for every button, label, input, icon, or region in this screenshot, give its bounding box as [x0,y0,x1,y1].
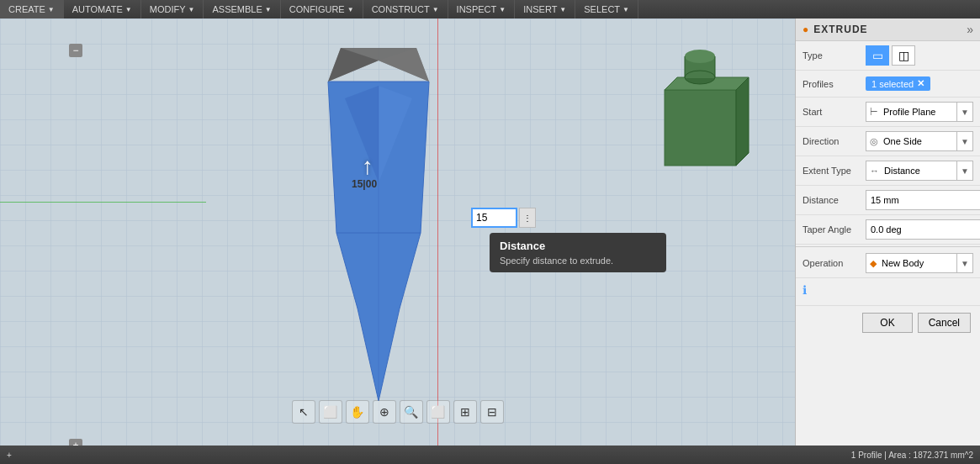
extrude-measurement-label: 15|00 [352,178,377,190]
direction-row: Direction ◎ One Side ▼ [796,127,980,156]
profiles-selected-badge: 1 selected ✕ [866,76,930,91]
menu-bar: CREATE ▼ AUTOMATE ▼ MODIFY ▼ ASSEMBLE ▼ … [0,0,980,18]
type-control: ▭ ◫ [866,45,973,66]
panel-title: EXTRUDE [813,24,867,35]
taper-angle-label: Taper Angle [803,224,866,235]
distance-label: Distance [803,195,866,205]
operation-row: Operation ◆ New Body ▼ [796,249,980,278]
extrude-panel-icon: ● [803,24,808,35]
select-tool-button[interactable]: ↖ [292,400,315,424]
distance-tooltip: Distance Specify distance to extrude. [490,233,666,272]
taper-angle-control [866,219,980,240]
profiles-label: Profiles [803,79,866,89]
extrude-panel: ● EXTRUDE » Type ▭ ◫ Profiles 1 selected… [795,18,980,446]
profiles-clear-button[interactable]: ✕ [917,78,924,89]
operation-label: Operation [803,258,866,268]
3d-box-object [656,48,757,174]
panel-expand-button[interactable]: » [967,23,973,36]
extent-dropdown-arrow[interactable]: ▼ [956,161,972,180]
direction-dropdown-text: One Side [882,136,956,146]
extent-dropdown-icon: ↔ [866,166,882,176]
display-mode-button[interactable]: ⬜ [426,400,450,424]
type-surface-button[interactable]: ◫ [892,45,915,66]
extent-dropdown-text: Distance [882,166,956,176]
svg-point-13 [685,50,715,63]
distance-options-button[interactable]: ⋮ [519,208,536,228]
type-label: Type [803,50,866,61]
direction-dropdown-arrow[interactable]: ▼ [956,132,972,150]
distance-input[interactable]: 15 [471,208,517,228]
status-expand-button[interactable]: + [7,451,12,460]
profiles-selected-text: 1 selected [871,79,914,89]
extent-type-label: Extent Type [803,166,866,176]
separator [796,246,980,247]
tooltip-description: Specify distance to extrude. [500,256,656,266]
info-icon: ℹ [803,283,807,297]
green-horizontal-line [0,202,206,203]
direction-dropdown[interactable]: ◎ One Side ▼ [866,131,973,151]
snapping-button[interactable]: ⊟ [480,400,504,424]
start-control: ⊢ Profile Plane ▼ [866,102,973,122]
tooltip-title: Distance [500,240,656,252]
start-dropdown-text: Profile Plane [882,107,956,117]
type-solid-button[interactable]: ▭ [866,45,889,66]
rectangle-select-button[interactable]: ⬜ [319,400,342,424]
direction-label: Direction [803,136,866,146]
menu-insert[interactable]: INSERT ▼ [515,0,575,18]
panel-body: Type ▭ ◫ Profiles 1 selected ✕ Start ⊢ [796,41,980,340]
extent-type-control: ↔ Distance ▼ [866,161,973,181]
direction-control: ◎ One Side ▼ [866,131,973,151]
zoom-button[interactable]: 🔍 [400,400,423,424]
svg-rect-8 [665,90,736,166]
profiles-control: 1 selected ✕ [866,76,973,91]
menu-create[interactable]: CREATE ▼ [0,0,64,18]
panel-buttons: OK Cancel [796,305,980,340]
grid-button[interactable]: ⊞ [453,400,477,424]
ok-button[interactable]: OK [862,313,912,333]
menu-select[interactable]: SELECT ▼ [575,0,638,18]
expand-button[interactable]: + [69,439,82,446]
operation-dropdown-arrow[interactable]: ▼ [956,254,972,272]
collapse-button[interactable]: − [69,44,82,57]
taper-angle-row: Taper Angle [796,215,980,245]
profiles-row: Profiles 1 selected ✕ [796,71,980,98]
operation-dropdown-icon: ◆ [866,258,880,269]
start-label: Start [803,107,866,117]
svg-marker-10 [736,77,749,166]
panel-header: ● EXTRUDE » [796,18,980,41]
extrude-direction-arrow: ↑ [362,153,373,180]
menu-automate[interactable]: AUTOMATE ▼ [64,0,141,18]
taper-angle-field[interactable] [866,219,980,240]
info-row: ℹ [796,278,980,302]
distance-field[interactable] [866,190,980,210]
direction-dropdown-icon: ◎ [866,136,882,147]
menu-construct[interactable]: CONSTRUCT ▼ [363,0,448,18]
menu-assemble[interactable]: ASSEMBLE ▼ [204,0,280,18]
orbit-tool-button[interactable]: ⊕ [373,400,396,424]
status-bar: + 1 Profile | Area : 1872.371 mm^2 [0,446,980,464]
distance-control [866,190,980,210]
distance-row: Distance [796,186,980,215]
pan-tool-button[interactable]: ✋ [346,400,369,424]
status-info: 1 Profile | Area : 1872.371 mm^2 [851,451,973,460]
type-row: Type ▭ ◫ [796,41,980,71]
distance-input-popup: 15 ⋮ [471,208,536,228]
operation-dropdown[interactable]: ◆ New Body ▼ [866,253,973,273]
extent-type-dropdown[interactable]: ↔ Distance ▼ [866,161,973,181]
operation-control: ◆ New Body ▼ [866,253,973,273]
cancel-button[interactable]: Cancel [918,313,971,333]
menu-modify[interactable]: MODIFY ▼ [141,0,204,18]
menu-configure[interactable]: CONFIGURE ▼ [281,0,363,18]
extruded-shape [311,48,446,401]
bottom-toolbar: ↖ ⬜ ✋ ⊕ 🔍 ⬜ ⊞ ⊟ [0,397,795,427]
start-dropdown[interactable]: ⊢ Profile Plane ▼ [866,102,973,122]
operation-dropdown-text: New Body [880,258,956,268]
start-dropdown-arrow[interactable]: ▼ [956,103,972,121]
start-row: Start ⊢ Profile Plane ▼ [796,98,980,127]
extent-type-row: Extent Type ↔ Distance ▼ [796,156,980,186]
start-dropdown-icon: ⊢ [866,107,882,118]
menu-inspect[interactable]: INSPECT ▼ [448,0,516,18]
